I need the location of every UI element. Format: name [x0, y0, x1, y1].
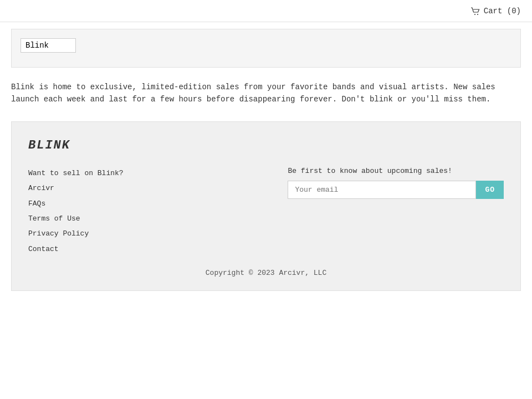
- description-section: Blink is home to exclusive, limited-edit…: [0, 74, 532, 117]
- blink-logo-svg: BLINK: [28, 135, 78, 152]
- description-text: Blink is home to exclusive, limited-edit…: [11, 81, 521, 106]
- footer: BLINK Want to sell on Blink? Arcivr FAQs…: [11, 121, 521, 291]
- footer-link-privacy[interactable]: Privacy Policy: [28, 227, 124, 240]
- go-button[interactable]: GO: [476, 181, 504, 199]
- svg-text:BLINK: BLINK: [28, 139, 70, 152]
- footer-content: Want to sell on Blink? Arcivr FAQs Terms…: [28, 167, 504, 255]
- cart-icon: [470, 7, 480, 15]
- footer-links: Want to sell on Blink? Arcivr FAQs Terms…: [28, 167, 124, 255]
- svg-point-0: [474, 14, 475, 15]
- footer-link-sell[interactable]: Want to sell on Blink?: [28, 167, 124, 180]
- search-section: [11, 29, 521, 68]
- footer-copyright: Copyright © 2023 Arcivr, LLC: [28, 269, 504, 277]
- cart-label: Cart (0): [484, 7, 521, 16]
- svg-point-1: [477, 14, 478, 15]
- footer-logo: BLINK: [28, 135, 504, 167]
- cart-link[interactable]: Cart (0): [470, 7, 521, 16]
- header: Cart (0): [0, 0, 532, 22]
- footer-newsletter: Be first to know about upcoming sales! G…: [288, 167, 504, 199]
- email-input[interactable]: [288, 181, 476, 199]
- footer-link-terms[interactable]: Terms of Use: [28, 212, 124, 225]
- footer-logo-text: BLINK: [28, 135, 78, 156]
- search-input[interactable]: [21, 38, 76, 53]
- newsletter-label: Be first to know about upcoming sales!: [288, 167, 504, 175]
- footer-link-faqs[interactable]: FAQs: [28, 197, 124, 210]
- footer-link-arcivr[interactable]: Arcivr: [28, 182, 124, 195]
- footer-link-contact[interactable]: Contact: [28, 243, 124, 255]
- newsletter-form: GO: [288, 181, 504, 199]
